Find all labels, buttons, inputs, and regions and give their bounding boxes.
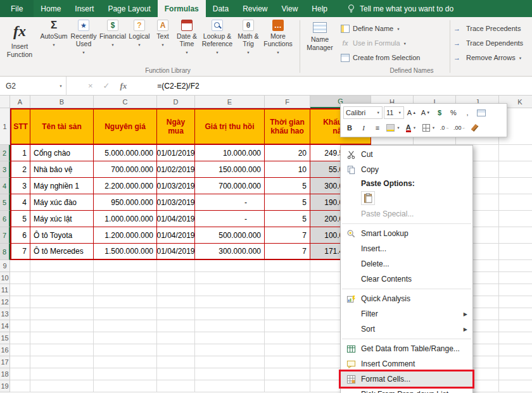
borders-button[interactable]: ▼ <box>421 122 437 134</box>
italic-button[interactable]: I <box>357 122 370 134</box>
cell-A14[interactable] <box>10 320 30 332</box>
row-header-6[interactable]: 6 <box>0 211 10 227</box>
cell-B3[interactable]: Nhà bảo vệ <box>30 161 94 178</box>
row-header-7[interactable]: 7 <box>0 227 10 244</box>
ribbon-tab-review[interactable]: Review <box>236 0 274 17</box>
row-header-8[interactable]: 8 <box>0 244 10 260</box>
cell-F5[interactable]: 5 <box>265 194 310 211</box>
cell-E10[interactable] <box>195 272 265 284</box>
row-header-13[interactable]: 13 <box>0 308 10 320</box>
cell-F18[interactable] <box>265 368 310 380</box>
cell-A19[interactable] <box>10 380 30 392</box>
cell-E9[interactable] <box>195 260 265 272</box>
cell-F13[interactable] <box>265 308 310 320</box>
ribbon-button-recently-used[interactable]: ★RecentlyUsed▼ <box>68 19 99 56</box>
cell-K6[interactable] <box>499 211 532 227</box>
cell-B19[interactable] <box>30 380 94 392</box>
cell-C11[interactable] <box>94 284 157 296</box>
column-header-C[interactable]: C <box>94 96 157 108</box>
cell-C5[interactable]: 950.000.000 <box>94 194 157 211</box>
cell-A12[interactable] <box>10 296 30 308</box>
ribbon-button-autosum[interactable]: ΣAutoSum▼ <box>39 19 68 49</box>
cell-C6[interactable]: 1.000.000.000 <box>94 211 157 227</box>
cell-B17[interactable] <box>30 356 94 368</box>
ribbon-tab-file[interactable]: File <box>0 0 34 17</box>
formula-input[interactable]: =(C2-E2)/F2 <box>157 82 199 90</box>
cell-C10[interactable] <box>94 272 157 284</box>
bold-button[interactable]: B <box>343 122 356 134</box>
cell-E19[interactable] <box>195 380 265 392</box>
cell-D4[interactable]: 01/03/2019 <box>157 178 195 194</box>
cell-E13[interactable] <box>195 308 265 320</box>
cell-C4[interactable]: 2.200.000.000 <box>94 178 157 194</box>
cell-K7[interactable] <box>499 227 532 244</box>
select-all-button[interactable] <box>0 96 10 108</box>
ribbon-button-logical[interactable]: ?Logical▼ <box>127 19 152 49</box>
cell-B13[interactable] <box>30 308 94 320</box>
cell-E14[interactable] <box>195 320 265 332</box>
cell-D12[interactable] <box>157 296 195 308</box>
cancel-icon[interactable]: × <box>88 81 93 90</box>
cell-F14[interactable] <box>265 320 310 332</box>
cell-K12[interactable] <box>499 296 532 308</box>
cell-D19[interactable] <box>157 380 195 392</box>
cell-D15[interactable] <box>157 332 195 344</box>
shrink-font-button[interactable]: A▼ <box>419 106 432 119</box>
cell-F19[interactable] <box>265 380 310 392</box>
cell-D16[interactable] <box>157 344 195 356</box>
cell-A16[interactable] <box>10 344 30 356</box>
cell-C7[interactable]: 1.200.000.000 <box>94 227 157 244</box>
percent-style-button[interactable]: % <box>447 106 460 119</box>
center-align-button[interactable]: ≡ <box>371 122 384 134</box>
ribbon-button-math-trig[interactable]: θMath &Trig▼ <box>234 19 262 56</box>
ribbon-button-define-name[interactable]: Define Name▼ <box>341 22 420 35</box>
cell-C8[interactable]: 1.500.000.000 <box>94 244 157 260</box>
cell-C14[interactable] <box>94 320 157 332</box>
cell-E2[interactable]: 10.000.000 <box>195 145 265 161</box>
merge-center-button[interactable] <box>475 106 488 119</box>
name-manager-button[interactable]: Name Manager <box>303 20 337 73</box>
row-header-2[interactable]: 2 <box>0 145 10 161</box>
cell-E12[interactable] <box>195 296 265 308</box>
ribbon-button-text[interactable]: AText▼ <box>152 19 174 49</box>
insert-function-button[interactable]: fx Insert Function <box>2 20 37 73</box>
cell-D8[interactable]: 01/04/2019 <box>157 244 195 260</box>
cell-C9[interactable] <box>94 260 157 272</box>
cell-A1[interactable]: STT <box>10 108 30 145</box>
menu-item-insert[interactable]: Insert... <box>341 241 472 256</box>
cell-D10[interactable] <box>157 272 195 284</box>
menu-item-sort[interactable]: Sort▶ <box>341 321 472 337</box>
column-header-D[interactable]: D <box>157 96 195 108</box>
cell-E1[interactable]: Giá trị thu hồi <box>195 108 265 145</box>
cell-K4[interactable] <box>499 178 532 194</box>
cell-K11[interactable] <box>499 284 532 296</box>
accounting-format-button[interactable]: $ <box>433 106 446 119</box>
ribbon-tab-page-layout[interactable]: Page Layout <box>101 0 157 17</box>
cell-B9[interactable] <box>30 260 94 272</box>
cell-K19[interactable] <box>499 380 532 392</box>
menu-item-format-cells[interactable]: Format Cells... <box>341 371 472 387</box>
comma-style-button[interactable]: , <box>461 106 474 119</box>
grow-font-button[interactable]: A▲ <box>405 106 418 119</box>
cell-F9[interactable] <box>265 260 310 272</box>
cell-B8[interactable]: Ô tô Mercedes <box>30 244 94 260</box>
row-header-4[interactable]: 4 <box>0 178 10 194</box>
cell-A4[interactable]: 3 <box>10 178 30 194</box>
cell-K13[interactable] <box>499 308 532 320</box>
cell-B1[interactable]: Tên tài sản <box>30 108 94 145</box>
fill-color-button[interactable]: ▼ <box>385 122 402 134</box>
cell-K3[interactable] <box>499 161 532 178</box>
cell-K9[interactable] <box>499 260 532 272</box>
cell-E11[interactable] <box>195 284 265 296</box>
name-box[interactable]: G2 <box>0 77 56 96</box>
font-color-button[interactable]: A▼ <box>403 122 419 134</box>
ribbon-tab-view[interactable]: View <box>275 0 305 17</box>
cell-B5[interactable]: Máy xúc đào <box>30 194 94 211</box>
menu-item-paste-special[interactable]: Paste Special... <box>341 206 472 221</box>
ribbon-button-remove-arrows[interactable]: →Remove Arrows▼ <box>453 51 532 64</box>
cell-K8[interactable] <box>499 244 532 260</box>
cell-D14[interactable] <box>157 320 195 332</box>
cell-C19[interactable] <box>94 380 157 392</box>
menu-item-smart-lookup[interactable]: Smart Lookup <box>341 226 472 241</box>
cell-A15[interactable] <box>10 332 30 344</box>
